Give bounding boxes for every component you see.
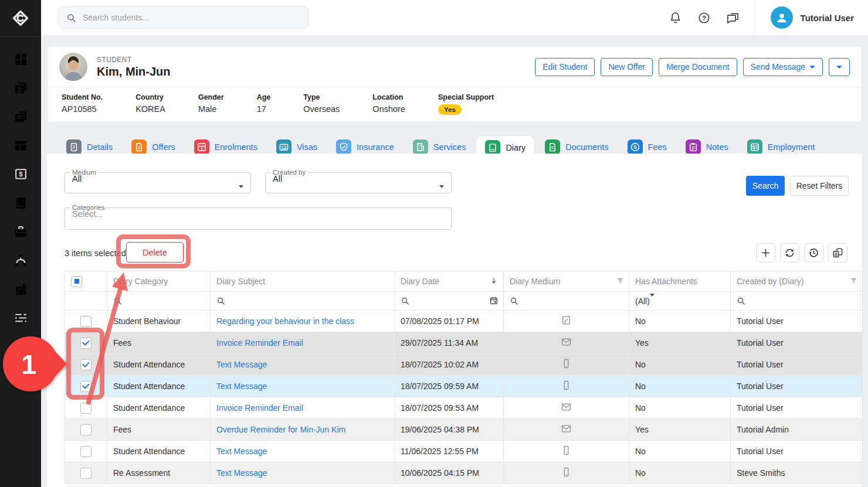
column-header-has-attachments[interactable]: Has Attachments bbox=[629, 271, 731, 292]
tab-label: Enrolments bbox=[215, 142, 257, 152]
created-by-filter-select[interactable]: Created by All bbox=[265, 169, 452, 193]
row-select-cell[interactable] bbox=[65, 354, 107, 376]
sidebar-item-students[interactable] bbox=[0, 74, 41, 103]
edit-student-button[interactable]: Edit Student bbox=[535, 58, 595, 76]
notifications-bell-icon[interactable] bbox=[669, 11, 682, 25]
topbar: Tutorial User bbox=[41, 0, 868, 36]
row-checkbox[interactable] bbox=[80, 403, 91, 414]
medium-filter-select[interactable]: Medium All bbox=[65, 169, 251, 193]
has-attachments-cell: Yes bbox=[629, 419, 731, 441]
column-header-created-by-diary[interactable]: Created by (Diary) bbox=[731, 271, 863, 292]
column-header-diary-medium[interactable]: Diary Medium bbox=[504, 271, 629, 292]
student-search-box[interactable] bbox=[59, 6, 308, 29]
diary-subject-link[interactable]: Text Message bbox=[216, 360, 267, 369]
tab-label: Insurance bbox=[357, 142, 394, 152]
row-select-cell[interactable] bbox=[65, 419, 107, 441]
column-header-diary-subject[interactable]: Diary Subject bbox=[211, 271, 395, 292]
diary-medium-cell bbox=[504, 354, 629, 376]
row-select-cell[interactable] bbox=[65, 441, 107, 462]
column-header-select[interactable] bbox=[65, 271, 107, 292]
filter-cell-created-by-diary[interactable] bbox=[731, 292, 863, 311]
created-by-cell: Tutorial User bbox=[731, 311, 863, 332]
diary-subject-link[interactable]: Invoice Reminder Email bbox=[216, 338, 303, 348]
diary-subject-link[interactable]: Invoice Reminder Email bbox=[216, 403, 303, 413]
calendar-icon[interactable] bbox=[489, 296, 499, 305]
row-checkbox[interactable] bbox=[80, 359, 91, 370]
help-icon[interactable] bbox=[697, 11, 711, 25]
search-icon bbox=[216, 297, 388, 305]
row-checkbox[interactable] bbox=[80, 381, 91, 392]
filter-cell-diary-subject[interactable] bbox=[211, 292, 395, 311]
note-icon bbox=[561, 315, 572, 326]
row-select-cell[interactable] bbox=[65, 332, 107, 354]
row-select-cell[interactable] bbox=[65, 311, 107, 332]
filter-funnel-icon[interactable] bbox=[849, 277, 858, 285]
diary-row[interactable]: Re AssessmentText Message10/06/2025 04:1… bbox=[65, 462, 863, 484]
sidebar-item-fees[interactable] bbox=[0, 160, 41, 189]
tab-label: Services bbox=[433, 142, 466, 152]
search-input[interactable] bbox=[82, 12, 301, 23]
categories-filter-input[interactable]: Categories Select... bbox=[65, 204, 452, 230]
diary-date-cell: 07/08/2025 01:17 PM bbox=[395, 311, 504, 332]
new-offer-button[interactable]: New Offer bbox=[601, 58, 653, 76]
merge-document-button[interactable]: Merge Document bbox=[659, 58, 737, 76]
sidebar-item-courses[interactable] bbox=[0, 189, 41, 217]
diary-row[interactable]: Student AttendanceText Message18/07/2025… bbox=[65, 376, 863, 397]
row-select-cell[interactable] bbox=[65, 462, 107, 484]
diary-subject-link[interactable]: Overdue Reminder for Min-Jun Kim bbox=[216, 425, 345, 434]
filter-cell-has-attachments[interactable]: (All) bbox=[629, 292, 731, 311]
row-checkbox[interactable] bbox=[80, 316, 91, 327]
diary-subject-link[interactable]: Text Message bbox=[216, 468, 267, 478]
sidebar-item-dashboard[interactable] bbox=[0, 45, 41, 74]
diary-subject-link[interactable]: Text Message bbox=[216, 382, 267, 391]
diary-subject-link[interactable]: Text Message bbox=[216, 447, 267, 456]
sidebar-item-layout[interactable] bbox=[0, 131, 41, 160]
reset-filters-button[interactable]: Reset Filters bbox=[790, 176, 849, 196]
settings-icon bbox=[13, 311, 28, 325]
diary-row[interactable]: FeesInvoice Reminder Email29/07/2025 11:… bbox=[65, 332, 863, 354]
filter-cell-diary-date[interactable] bbox=[395, 292, 504, 311]
delete-button[interactable]: Delete bbox=[126, 242, 184, 263]
diary-row[interactable]: FeesOverdue Reminder for Min-Jun Kim19/0… bbox=[65, 419, 863, 441]
row-checkbox[interactable] bbox=[80, 424, 91, 435]
row-select-cell[interactable] bbox=[65, 376, 107, 397]
sms-icon bbox=[561, 445, 572, 456]
diary-row[interactable]: Student AttendanceInvoice Reminder Email… bbox=[65, 397, 863, 419]
diary-row[interactable]: Student AttendanceText Message18/07/2025… bbox=[65, 354, 863, 376]
row-checkbox[interactable] bbox=[80, 338, 91, 349]
diary-medium-cell bbox=[504, 311, 629, 332]
diary-row[interactable]: Student AttendanceText Message11/06/2025… bbox=[65, 441, 863, 462]
row-checkbox[interactable] bbox=[80, 446, 91, 457]
column-chooser-button[interactable] bbox=[828, 243, 847, 263]
sidebar-item-offers[interactable] bbox=[0, 103, 41, 131]
student-field-special-support: Special SupportYes bbox=[438, 93, 494, 115]
column-header-diary-date[interactable]: Diary Date bbox=[395, 271, 504, 292]
row-checkbox[interactable] bbox=[80, 468, 91, 479]
sidebar-item-jobs[interactable] bbox=[0, 217, 41, 246]
filter-funnel-icon[interactable] bbox=[616, 277, 625, 285]
row-select-cell[interactable] bbox=[65, 397, 107, 419]
sidebar-item-organisation[interactable] bbox=[0, 275, 41, 304]
chevron-down-icon bbox=[650, 294, 655, 306]
send-message-button[interactable]: Send Message bbox=[743, 58, 823, 76]
diary-subject-link[interactable]: Regarding your behaviour in the class bbox=[216, 316, 354, 326]
more-actions-button[interactable] bbox=[829, 58, 850, 76]
sidebar-item-settings[interactable] bbox=[0, 304, 41, 332]
refresh-button[interactable] bbox=[780, 243, 799, 263]
diary-row[interactable]: Student BehaviourRegarding your behaviou… bbox=[65, 311, 863, 332]
select-all-checkbox[interactable] bbox=[71, 276, 82, 287]
sidebar-item-agents[interactable] bbox=[0, 246, 41, 275]
student-actions: Edit StudentNew OfferMerge DocumentSend … bbox=[535, 58, 850, 76]
add-button[interactable] bbox=[756, 243, 775, 263]
app-logo[interactable] bbox=[0, 0, 41, 37]
diary-medium-cell bbox=[504, 462, 629, 484]
filter-cell-diary-medium[interactable] bbox=[504, 292, 629, 311]
history-button[interactable] bbox=[804, 243, 823, 263]
user-menu[interactable]: Tutorial User bbox=[771, 6, 854, 29]
search-icon bbox=[737, 297, 856, 305]
student-field-country: CountryKOREA bbox=[135, 93, 165, 115]
filter-cell-diary-category[interactable] bbox=[107, 292, 211, 311]
messages-chat-icon[interactable] bbox=[726, 11, 740, 25]
search-button[interactable]: Search bbox=[746, 176, 785, 196]
column-header-diary-category[interactable]: Diary Category bbox=[107, 271, 211, 292]
